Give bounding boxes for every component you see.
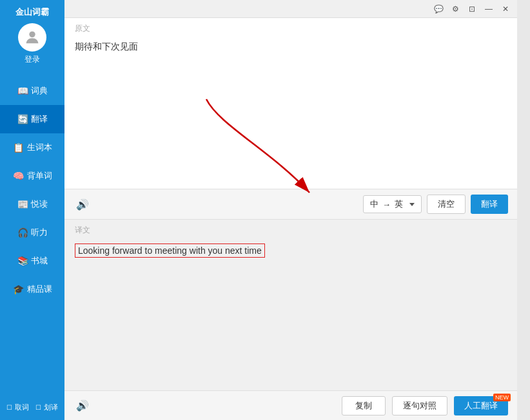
- avatar[interactable]: [18, 23, 46, 52]
- sidebar-item-dict[interactable]: 📖 词典: [0, 77, 64, 105]
- close-icon[interactable]: ✕: [500, 4, 511, 14]
- courses-label: 精品课: [27, 283, 52, 295]
- result-sound-button[interactable]: 🔊: [74, 397, 92, 415]
- listen-icon: 🎧: [17, 227, 28, 238]
- source-input[interactable]: [64, 37, 517, 189]
- dict-label: 词典: [31, 85, 48, 97]
- translate-label: 翻译: [31, 113, 48, 125]
- clear-button[interactable]: 清空: [427, 195, 466, 214]
- checkbox-select[interactable]: ☐: [35, 404, 41, 411]
- main-content: 💬 ⚙ ⊡ — ✕ 原文 🔊 中 → 英: [64, 0, 517, 420]
- lang-arrow-text: →: [382, 200, 391, 209]
- sidebar-item-listen[interactable]: 🎧 听力: [0, 218, 64, 247]
- lang-from: 中: [370, 198, 378, 210]
- dict-icon: 📖: [17, 86, 28, 96]
- sidebar-nav: 📖 词典 🔄 翻译 📋 生词本 🧠 背单词 📰 悦读 🎧 听力 📚 书城 🎓: [0, 77, 64, 303]
- lang-to: 英: [395, 198, 403, 210]
- sentence-button[interactable]: 逐句对照: [392, 396, 447, 415]
- sidebar-item-memorize[interactable]: 🧠 背单词: [0, 162, 64, 190]
- sidebar-item-bookstore[interactable]: 📚 书城: [0, 247, 64, 275]
- select-label: 划译: [44, 403, 58, 412]
- gear-icon[interactable]: ⚙: [450, 4, 460, 14]
- window-restore-icon[interactable]: ⊡: [467, 4, 477, 14]
- translate-icon: 🔄: [17, 114, 28, 124]
- human-translate-button[interactable]: 人工翻译 NEW: [454, 396, 508, 415]
- checkbox-lookup[interactable]: ☐: [6, 404, 12, 411]
- sidebar-item-courses[interactable]: 🎓 精品课: [0, 275, 64, 303]
- bottom-bar: 🔊 复制 逐句对照 人工翻译 NEW: [64, 390, 517, 420]
- title-bar: 💬 ⚙ ⊡ — ✕: [64, 0, 517, 18]
- read-icon: 📰: [17, 199, 28, 209]
- memorize-icon: 🧠: [13, 171, 25, 181]
- sidebar-bottom: ☐ 取词 ☐ 划译: [0, 403, 64, 412]
- result-section: 译文 Looking forward to meeting with you n…: [64, 220, 517, 390]
- memorize-label: 背单词: [27, 170, 52, 182]
- source-label: 原文: [64, 18, 517, 37]
- sidebar-item-translate[interactable]: 🔄 翻译: [0, 105, 64, 133]
- controls-bar: 🔊 中 → 英 清空 翻译: [64, 189, 517, 220]
- courses-icon: 🎓: [13, 284, 25, 294]
- new-badge: NEW: [493, 394, 511, 401]
- wordbook-icon: 📋: [13, 142, 25, 153]
- sidebar: 金山词霸 登录 📖 词典 🔄 翻译 📋 生词本 🧠 背单词 📰 悦读: [0, 0, 64, 420]
- wordbook-label: 生词本: [27, 142, 52, 153]
- source-sound-button[interactable]: 🔊: [74, 195, 92, 213]
- sidebar-item-wordbook[interactable]: 📋 生词本: [0, 133, 64, 162]
- result-text: Looking forward to meeting with you next…: [64, 238, 517, 390]
- copy-button[interactable]: 复制: [342, 396, 386, 415]
- translation-area: 原文 🔊 中 → 英 清空 翻译: [64, 18, 517, 420]
- lookup-item[interactable]: ☐ 取词: [6, 403, 29, 412]
- dropdown-arrow-icon: [409, 203, 415, 206]
- lookup-label: 取词: [15, 403, 29, 412]
- right-strip: [517, 0, 530, 420]
- result-highlighted-text: Looking forward to meeting with you next…: [75, 243, 265, 258]
- bookstore-label: 书城: [31, 255, 48, 267]
- login-label[interactable]: 登录: [25, 54, 40, 65]
- select-item[interactable]: ☐ 划译: [35, 403, 58, 412]
- svg-point-0: [29, 32, 35, 37]
- translate-button[interactable]: 翻译: [471, 195, 508, 214]
- sidebar-header: 金山词霸 登录: [15, 6, 49, 72]
- source-section: 原文: [64, 18, 517, 189]
- user-icon: [23, 28, 41, 46]
- bookstore-icon: 📚: [17, 256, 28, 266]
- result-label: 译文: [64, 220, 517, 238]
- chat-icon[interactable]: 💬: [433, 4, 444, 14]
- language-selector[interactable]: 中 → 英: [363, 195, 422, 213]
- read-label: 悦读: [31, 198, 48, 210]
- app-logo: 金山词霸: [15, 6, 49, 18]
- sidebar-item-read[interactable]: 📰 悦读: [0, 190, 64, 218]
- minimize-icon[interactable]: —: [484, 4, 494, 14]
- listen-label: 听力: [31, 227, 48, 238]
